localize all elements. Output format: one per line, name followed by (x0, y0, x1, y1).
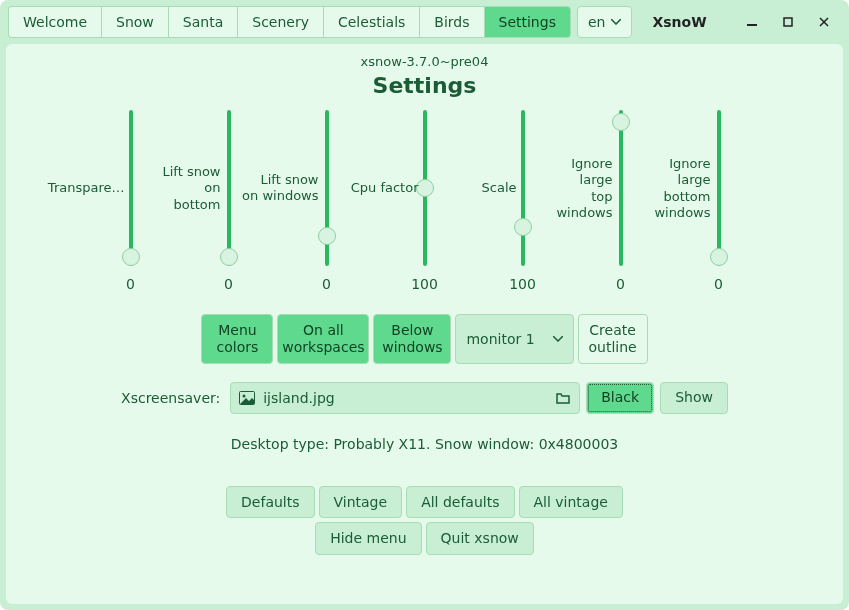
slider-track[interactable] (227, 110, 231, 266)
all-vintage-button[interactable]: All vintage (519, 486, 623, 519)
slider-value: 0 (322, 276, 331, 292)
slider-col-3: Cpu factor100 (376, 110, 474, 292)
toggle-row: Menu colors On all workspaces Below wind… (201, 314, 647, 364)
xscreensaver-label: Xscreensaver: (121, 390, 220, 406)
slider-thumb[interactable] (710, 248, 728, 266)
create-outline-button[interactable]: Create outline (578, 314, 648, 364)
file-field[interactable]: ijsland.jpg (230, 382, 580, 414)
slider-value: 100 (509, 276, 536, 292)
slider-thumb[interactable] (318, 227, 336, 245)
app-title: XsnoW (652, 14, 706, 30)
slider-value: 100 (411, 276, 438, 292)
xscreensaver-row: Xscreensaver: ijsland.jpg Black Show (121, 382, 728, 414)
tab-snow[interactable]: Snow (101, 6, 168, 38)
slider-col-4: Scale100 (474, 110, 572, 292)
tab-bar: WelcomeSnowSantaSceneryCelestialsBirdsSe… (8, 6, 571, 38)
page-title: Settings (373, 73, 477, 98)
version-label: xsnow-3.7.0~pre04 (361, 54, 489, 69)
language-dropdown[interactable]: en (577, 6, 633, 38)
tab-santa[interactable]: Santa (168, 6, 237, 38)
slider-thumb[interactable] (122, 248, 140, 266)
menu-colors-toggle[interactable]: Menu colors (201, 314, 273, 364)
slider-track[interactable] (129, 110, 133, 266)
slider-track[interactable] (521, 110, 525, 266)
black-button[interactable]: Black (586, 382, 654, 414)
open-file-icon[interactable] (555, 391, 571, 405)
slider-label: Transpare… (47, 180, 125, 196)
bottom-buttons: Defaults Vintage All defaults All vintag… (226, 486, 623, 556)
vintage-button[interactable]: Vintage (319, 486, 403, 519)
tab-welcome[interactable]: Welcome (8, 6, 101, 38)
monitor-label: monitor 1 (466, 331, 534, 347)
slider-col-0: Transpare…0 (82, 110, 180, 292)
slider-thumb[interactable] (612, 113, 630, 131)
slider-track[interactable] (423, 110, 427, 266)
slider-col-1: Lift snow on bottom0 (180, 110, 278, 292)
svg-rect-1 (784, 18, 792, 26)
svg-point-3 (243, 394, 246, 397)
slider-thumb[interactable] (220, 248, 238, 266)
slider-value: 0 (714, 276, 723, 292)
monitor-dropdown[interactable]: monitor 1 (455, 314, 573, 364)
tab-celestials[interactable]: Celestials (323, 6, 419, 38)
minimize-button[interactable] (745, 15, 759, 29)
slider-track[interactable] (325, 110, 329, 266)
slider-track[interactable] (717, 110, 721, 266)
file-name: ijsland.jpg (263, 390, 547, 406)
window: WelcomeSnowSantaSceneryCelestialsBirdsSe… (0, 0, 849, 610)
sliders-row: Transpare…0Lift snow on bottom0Lift snow… (82, 110, 768, 292)
slider-track[interactable] (619, 110, 623, 266)
chevron-down-icon (553, 336, 563, 342)
slider-thumb[interactable] (514, 218, 532, 236)
window-controls (745, 15, 841, 29)
show-button[interactable]: Show (660, 382, 728, 414)
slider-value: 0 (616, 276, 625, 292)
chevron-down-icon (611, 19, 621, 25)
slider-value: 0 (126, 276, 135, 292)
image-icon (239, 391, 255, 405)
svg-rect-0 (747, 24, 757, 26)
slider-label: Scale (475, 180, 517, 196)
all-defaults-button[interactable]: All defaults (406, 486, 514, 519)
maximize-button[interactable] (781, 15, 795, 29)
slider-thumb[interactable] (416, 179, 434, 197)
tab-scenery[interactable]: Scenery (237, 6, 323, 38)
slider-value: 0 (224, 276, 233, 292)
tab-settings[interactable]: Settings (484, 6, 571, 38)
content-area: xsnow-3.7.0~pre04 Settings Transpare…0Li… (6, 44, 843, 604)
language-label: en (588, 14, 606, 30)
below-windows-toggle[interactable]: Below windows (373, 314, 451, 364)
titlebar: WelcomeSnowSantaSceneryCelestialsBirdsSe… (0, 0, 849, 44)
desktop-info: Desktop type: Probably X11. Snow window:… (231, 436, 618, 452)
slider-col-2: Lift snow on windows0 (278, 110, 376, 292)
hide-menu-button[interactable]: Hide menu (315, 522, 421, 555)
on-all-workspaces-toggle[interactable]: On all workspaces (277, 314, 369, 364)
defaults-button[interactable]: Defaults (226, 486, 314, 519)
quit-button[interactable]: Quit xsnow (426, 522, 534, 555)
slider-col-5: Ignore large top windows0 (572, 110, 670, 292)
tab-birds[interactable]: Birds (419, 6, 483, 38)
slider-col-6: Ignore large bottom windows0 (670, 110, 768, 292)
close-button[interactable] (817, 15, 831, 29)
